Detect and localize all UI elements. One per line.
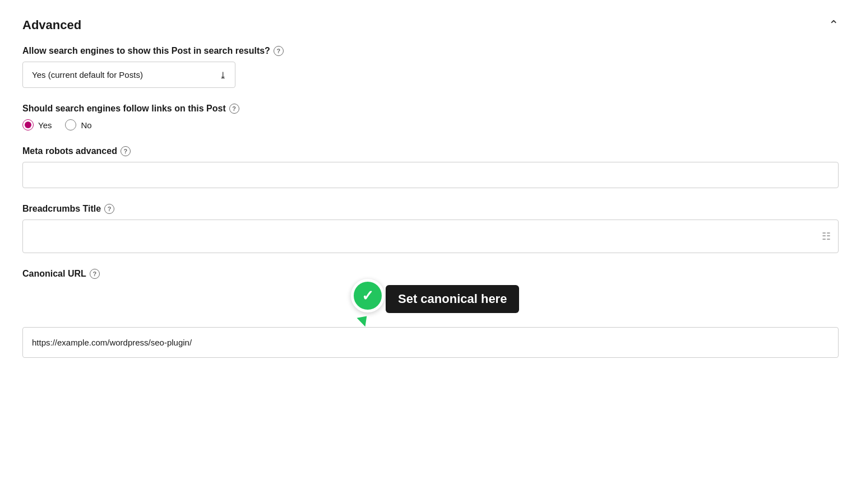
meta-robots-input[interactable]: [22, 162, 839, 188]
canonical-tooltip-group: ✓ Set canonical here: [348, 279, 519, 319]
section-title: Advanced: [22, 18, 81, 32]
follow-links-field: Should search engines follow links on th…: [22, 104, 839, 130]
breadcrumbs-list-icon: ☷: [822, 230, 831, 242]
meta-robots-label: Meta robots advanced ?: [22, 146, 839, 156]
breadcrumbs-title-wrapper: ☷: [22, 220, 839, 253]
search-visibility-help-icon[interactable]: ?: [274, 46, 284, 56]
follow-links-no-option[interactable]: No: [65, 119, 91, 130]
pointer-icon: ✓: [348, 279, 388, 319]
breadcrumbs-title-field: Breadcrumbs Title ? ☷: [22, 204, 839, 253]
canonical-url-help-icon[interactable]: ?: [90, 269, 100, 279]
breadcrumbs-title-help-icon[interactable]: ?: [104, 204, 114, 214]
follow-links-radio-group: Yes No: [22, 119, 839, 130]
pointer-circle: ✓: [351, 279, 385, 312]
follow-links-help-icon[interactable]: ?: [229, 104, 239, 114]
follow-links-no-label: No: [81, 120, 91, 130]
canonical-tooltip-bubble: Set canonical here: [386, 285, 519, 313]
meta-robots-field: Meta robots advanced ?: [22, 146, 839, 188]
follow-links-label: Should search engines follow links on th…: [22, 104, 839, 114]
canonical-url-wrapper: [22, 327, 839, 358]
canonical-url-field: Canonical URL ? ✓ Set canonical here: [22, 269, 839, 358]
follow-links-no-radio[interactable]: [65, 119, 76, 130]
breadcrumbs-title-input[interactable]: [22, 220, 839, 253]
search-visibility-label: Allow search engines to show this Post i…: [22, 46, 839, 56]
checkmark-icon: ✓: [362, 288, 374, 303]
advanced-section-header: Advanced ⌃: [22, 18, 839, 32]
canonical-url-input[interactable]: [22, 327, 839, 358]
canonical-url-label: Canonical URL ?: [22, 269, 839, 279]
meta-robots-help-icon[interactable]: ?: [121, 146, 131, 156]
search-visibility-select[interactable]: Yes (current default for Posts) No: [22, 62, 235, 88]
breadcrumbs-title-label: Breadcrumbs Title ?: [22, 204, 839, 214]
search-visibility-field: Allow search engines to show this Post i…: [22, 46, 839, 88]
follow-links-yes-label: Yes: [38, 120, 52, 130]
follow-links-yes-radio[interactable]: [22, 119, 34, 130]
follow-links-yes-option[interactable]: Yes: [22, 119, 52, 130]
pointer-tail: [357, 316, 369, 328]
collapse-icon[interactable]: ⌃: [828, 18, 839, 32]
search-visibility-select-wrapper: Yes (current default for Posts) No ⤓: [22, 62, 235, 88]
